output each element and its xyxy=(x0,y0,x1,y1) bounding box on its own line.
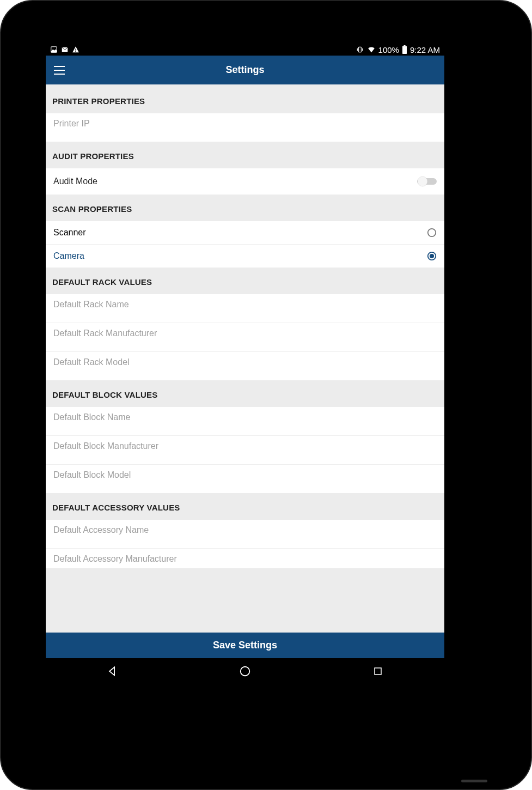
clock-time: 9:22 AM xyxy=(410,45,440,54)
svg-rect-7 xyxy=(402,46,407,54)
svg-point-13 xyxy=(418,177,427,186)
scan-option-camera[interactable]: Camera xyxy=(46,245,444,268)
rack-manufacturer-placeholder: Default Rack Manufacturer xyxy=(53,329,437,338)
settings-content[interactable]: PRINTER PROPERTIES Printer IP AUDIT PROP… xyxy=(46,84,444,633)
printer-ip-placeholder: Printer IP xyxy=(53,119,437,129)
wifi-icon xyxy=(367,46,376,53)
status-bar: 100% 9:22 AM xyxy=(46,44,444,56)
battery-icon xyxy=(402,45,407,54)
back-icon xyxy=(107,666,118,677)
svg-rect-3 xyxy=(75,51,76,52)
block-model-field[interactable]: Default Block Model xyxy=(46,465,444,493)
accessory-name-placeholder: Default Accessory Name xyxy=(53,525,437,535)
warning-icon xyxy=(72,46,80,53)
scan-option-scanner-label: Scanner xyxy=(53,228,86,238)
android-nav-bar xyxy=(46,658,444,684)
hamburger-icon xyxy=(54,66,65,75)
svg-rect-10 xyxy=(54,70,65,71)
svg-point-14 xyxy=(428,229,436,236)
mail-icon xyxy=(61,46,69,53)
page-title: Settings xyxy=(46,64,444,76)
svg-point-17 xyxy=(241,667,250,676)
audit-mode-toggle[interactable] xyxy=(417,176,437,187)
accessory-manufacturer-placeholder: Default Accessory Manufacturer xyxy=(53,554,437,564)
section-header-accessory: DEFAULT ACCESSORY VALUES xyxy=(46,493,444,520)
svg-rect-18 xyxy=(375,668,381,674)
app-bar: Settings xyxy=(46,56,444,84)
block-model-placeholder: Default Block Model xyxy=(53,470,437,480)
rack-name-placeholder: Default Rack Name xyxy=(53,300,437,309)
section-header-block: DEFAULT BLOCK VALUES xyxy=(46,380,444,407)
save-settings-label: Save Settings xyxy=(213,640,277,651)
scan-option-scanner[interactable]: Scanner xyxy=(46,221,444,245)
radio-unselected-icon xyxy=(427,228,437,238)
recent-icon xyxy=(373,666,383,676)
svg-rect-8 xyxy=(403,45,405,46)
svg-rect-9 xyxy=(54,66,65,67)
radio-selected-icon xyxy=(427,251,437,261)
rack-model-placeholder: Default Rack Model xyxy=(53,357,437,367)
battery-percent: 100% xyxy=(378,45,399,54)
save-settings-button[interactable]: Save Settings xyxy=(46,633,444,658)
accessory-manufacturer-field[interactable]: Default Accessory Manufacturer xyxy=(46,549,444,568)
section-header-printer: PRINTER PROPERTIES xyxy=(46,84,444,113)
image-icon xyxy=(50,46,58,53)
svg-rect-11 xyxy=(54,74,65,75)
block-name-placeholder: Default Block Name xyxy=(53,412,437,422)
nav-back-button[interactable] xyxy=(74,658,150,684)
section-header-audit: AUDIT PROPERTIES xyxy=(46,142,444,168)
block-manufacturer-placeholder: Default Block Manufacturer xyxy=(53,441,437,451)
menu-button[interactable] xyxy=(46,56,73,84)
nav-home-button[interactable] xyxy=(207,658,283,684)
section-header-rack: DEFAULT RACK VALUES xyxy=(46,268,444,294)
home-icon xyxy=(239,665,251,677)
block-name-field[interactable]: Default Block Name xyxy=(46,407,444,436)
nav-recent-button[interactable] xyxy=(340,658,416,684)
screen: 100% 9:22 AM Settings PRINTER PROPERTIES… xyxy=(46,44,444,684)
svg-rect-2 xyxy=(75,48,76,51)
block-manufacturer-field[interactable]: Default Block Manufacturer xyxy=(46,436,444,465)
tablet-frame: 100% 9:22 AM Settings PRINTER PROPERTIES… xyxy=(0,0,532,790)
audit-mode-row[interactable]: Audit Mode xyxy=(46,168,444,195)
printer-ip-field[interactable]: Printer IP xyxy=(46,113,444,142)
svg-point-16 xyxy=(430,254,434,258)
accessory-name-field[interactable]: Default Accessory Name xyxy=(46,520,444,549)
rack-model-field[interactable]: Default Rack Model xyxy=(46,352,444,380)
scan-option-camera-label: Camera xyxy=(53,251,84,261)
rack-manufacturer-field[interactable]: Default Rack Manufacturer xyxy=(46,323,444,352)
svg-rect-4 xyxy=(358,47,361,52)
section-header-scan: SCAN PROPERTIES xyxy=(46,195,444,221)
home-indicator xyxy=(461,780,487,782)
rack-name-field[interactable]: Default Rack Name xyxy=(46,294,444,323)
vibrate-icon xyxy=(356,46,364,53)
audit-mode-label: Audit Mode xyxy=(53,177,97,186)
